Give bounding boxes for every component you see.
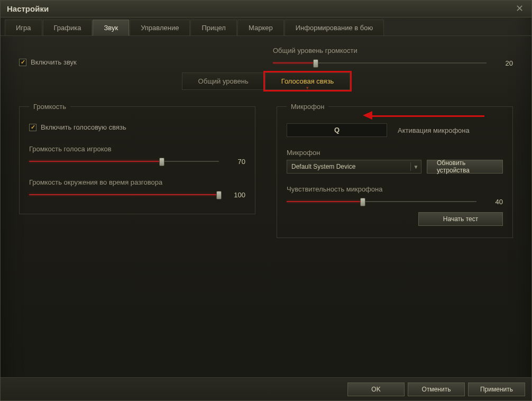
apply-button[interactable]: Применить xyxy=(468,382,525,396)
master-volume-label: Общий уровень громкости xyxy=(273,47,513,54)
mic-device-select[interactable]: Default System Device ▼ xyxy=(287,160,421,174)
main-tabs: Игра Графика Звук Управление Прицел Марк… xyxy=(1,17,531,36)
cancel-button[interactable]: Отменить xyxy=(408,382,465,396)
microphone-fieldset: Микрофон Q Активация микрофона Микрофон … xyxy=(277,103,513,238)
subtab-general[interactable]: Общий уровень xyxy=(182,72,265,90)
enable-voice-checkbox[interactable] xyxy=(29,124,36,131)
mic-activation-key[interactable]: Q xyxy=(287,123,387,137)
mic-device-label: Микрофон xyxy=(287,149,503,157)
master-volume-value: 20 xyxy=(487,59,513,67)
tab-controls[interactable]: Управление xyxy=(130,20,190,35)
ambient-volume-value: 100 xyxy=(219,191,245,199)
enable-voice-label: Включить голосовую связь xyxy=(41,123,126,131)
volume-fieldset: Громкость Включить голосовую связь Громк… xyxy=(19,103,255,214)
settings-window: Настройки ✕ Игра Графика Звук Управление… xyxy=(0,0,532,401)
ambient-volume-slider[interactable] xyxy=(29,190,219,199)
tab-sound[interactable]: Звук xyxy=(93,20,129,36)
content-area: Включить звук Общий уровень громкости 20 xyxy=(1,36,531,378)
mic-sensitivity-value: 40 xyxy=(476,198,503,206)
tab-battle-info[interactable]: Информирование в бою xyxy=(285,20,384,35)
mic-activation-label: Активация микрофона xyxy=(398,126,470,134)
ok-button[interactable]: OK xyxy=(347,382,405,396)
subtabs: Общий уровень Голосовая связь xyxy=(19,72,513,90)
footer: OK Отменить Применить xyxy=(1,377,531,400)
players-volume-value: 70 xyxy=(219,158,245,166)
start-test-button[interactable]: Начать тест xyxy=(418,212,503,226)
microphone-legend: Микрофон xyxy=(287,103,328,111)
tab-marker[interactable]: Маркер xyxy=(237,20,284,35)
ambient-volume-label: Громкость окружения во время разговора xyxy=(29,178,245,186)
refresh-devices-button[interactable]: Обновить устройства xyxy=(427,160,503,174)
mic-device-selected: Default System Device xyxy=(291,163,355,170)
players-volume-slider[interactable] xyxy=(29,157,219,166)
tab-game[interactable]: Игра xyxy=(5,20,42,35)
enable-sound-checkbox[interactable] xyxy=(19,59,26,66)
volume-legend: Громкость xyxy=(29,103,70,111)
master-volume-slider[interactable] xyxy=(273,59,487,67)
chevron-down-icon: ▼ xyxy=(410,162,419,171)
tab-reticle[interactable]: Прицел xyxy=(190,20,237,35)
close-icon[interactable]: ✕ xyxy=(513,3,525,15)
players-volume-label: Громкость голоса игроков xyxy=(29,145,245,153)
subtab-voice[interactable]: Голосовая связь xyxy=(265,72,351,90)
mic-sensitivity-slider[interactable] xyxy=(287,197,476,206)
titlebar: Настройки ✕ xyxy=(1,1,531,17)
mic-sensitivity-label: Чувствительность микрофона xyxy=(287,185,503,193)
enable-sound-label: Включить звук xyxy=(31,58,77,66)
window-title: Настройки xyxy=(7,4,49,13)
tab-graphics[interactable]: Графика xyxy=(43,20,93,35)
